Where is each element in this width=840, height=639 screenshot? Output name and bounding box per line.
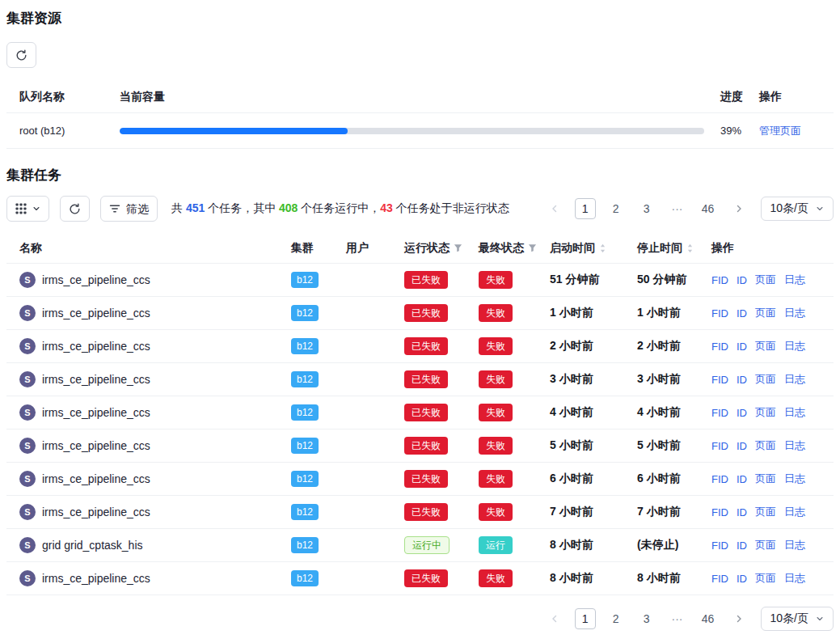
task-action-link[interactable]: FID [711, 407, 728, 419]
task-summary: 共 451 个任务，其中 408 个任务运行中，43 个任务处于非运行状态 [171, 201, 509, 216]
task-action-link[interactable]: 页面 [755, 472, 776, 486]
cluster-tasks-section: 集群任务 [6, 167, 834, 631]
task-action-link[interactable]: FID [711, 573, 728, 585]
cluster-badge: b12 [291, 305, 319, 321]
task-action-link[interactable]: 日志 [784, 538, 805, 552]
task-action-link[interactable]: 日志 [784, 405, 805, 420]
avatar: S [19, 404, 36, 421]
manage-page-link[interactable]: 管理页面 [759, 125, 801, 137]
filter-funnel-icon[interactable] [454, 243, 462, 252]
task-action-link[interactable]: 日志 [784, 472, 805, 486]
task-action-link[interactable]: 页面 [755, 405, 776, 420]
task-action-link[interactable]: 页面 [755, 273, 776, 287]
task-action-link[interactable]: 页面 [755, 306, 776, 320]
final-status-badge: 失败 [479, 470, 513, 488]
task-actions: FIDID页面日志 [711, 571, 834, 586]
task-action-link[interactable]: FID [711, 540, 728, 552]
task-action-link[interactable]: ID [737, 407, 747, 419]
pagination-page-1[interactable]: 1 [575, 608, 596, 629]
pagination-page-3[interactable]: 3 [636, 608, 657, 629]
final-status-badge: 失败 [479, 370, 513, 388]
resources-refresh-button[interactable] [6, 42, 36, 68]
pagination-page-2[interactable]: 2 [606, 198, 627, 219]
cluster-badge: b12 [291, 570, 319, 586]
task-action-link[interactable]: ID [737, 440, 747, 452]
table-row: S irms_ce_pipeline_ccs b12 已失败 失败 8 小时前 … [6, 562, 834, 595]
final-status-badge: 失败 [479, 569, 513, 587]
task-action-link[interactable]: FID [711, 374, 728, 386]
task-action-link[interactable]: ID [737, 473, 747, 485]
filter-funnel-icon[interactable] [528, 243, 537, 252]
stop-time: 6 小时前 [637, 472, 711, 486]
final-status-badge: 失败 [479, 304, 513, 322]
task-action-link[interactable]: FID [711, 274, 728, 286]
cluster-badge: b12 [291, 438, 319, 454]
task-action-link[interactable]: 日志 [784, 438, 805, 453]
capacity-progress-fill [120, 128, 348, 134]
sorter-icon[interactable] [686, 243, 694, 254]
filter-button-label: 筛选 [126, 203, 149, 214]
col-cluster: 集群 [291, 241, 346, 256]
layout-grid-button[interactable] [6, 196, 49, 222]
task-action-link[interactable]: 日志 [784, 306, 805, 320]
task-action-link[interactable]: 日志 [784, 571, 805, 586]
pagination-page-3[interactable]: 3 [636, 198, 657, 219]
task-action-link[interactable]: 日志 [784, 505, 805, 519]
final-status-badge: 失败 [479, 337, 513, 355]
task-action-link[interactable]: 日志 [784, 273, 805, 287]
start-time: 51 分钟前 [550, 273, 637, 287]
avatar: S [19, 371, 36, 387]
task-action-link[interactable]: ID [737, 374, 747, 386]
task-action-link[interactable]: 日志 [784, 339, 805, 353]
pagination-page-46[interactable]: 46 [698, 608, 719, 629]
task-action-link[interactable]: FID [711, 307, 728, 320]
task-action-link[interactable]: FID [711, 341, 728, 353]
task-action-link[interactable]: FID [711, 440, 728, 452]
avatar: S [19, 570, 36, 586]
pagination-page-1[interactable]: 1 [575, 198, 596, 219]
task-action-link[interactable]: ID [737, 341, 747, 353]
col-final-status: 最终状态 [479, 241, 550, 256]
task-action-link[interactable]: 页面 [755, 372, 776, 387]
task-actions: FIDID页面日志 [711, 339, 834, 353]
task-action-link[interactable]: 页面 [755, 339, 776, 353]
pagination-page-46[interactable]: 46 [698, 198, 719, 219]
pagination-prev-button[interactable] [544, 608, 565, 629]
pagination-next-button[interactable] [728, 198, 749, 219]
task-action-link[interactable]: 日志 [784, 372, 805, 387]
stop-time: 3 小时前 [637, 372, 711, 387]
task-action-link[interactable]: 页面 [755, 505, 776, 519]
task-action-link[interactable]: ID [737, 274, 747, 286]
page-size-select[interactable]: 10条/页 [761, 197, 834, 221]
task-action-link[interactable]: 页面 [755, 571, 776, 586]
page-size-select[interactable]: 10条/页 [761, 607, 834, 631]
pagination-prev-button[interactable] [544, 198, 565, 219]
tasks-refresh-button[interactable] [60, 196, 90, 222]
pagination-page-2[interactable]: 2 [606, 608, 627, 629]
table-row: S irms_ce_pipeline_ccs b12 已失败 失败 2 小时前 … [6, 330, 834, 363]
resource-row: root (b12) 39% 管理页面 [6, 113, 834, 149]
avatar: S [19, 537, 36, 553]
table-row: S grid grid_cptask_his b12 运行中 运行 8 小时前 … [6, 529, 834, 562]
task-action-link[interactable]: FID [711, 506, 728, 518]
run-status-badge: 已失败 [404, 304, 448, 322]
avatar: S [19, 438, 36, 454]
pagination-next-button[interactable] [728, 608, 749, 629]
task-action-link[interactable]: 页面 [755, 438, 776, 453]
sorter-icon[interactable] [599, 243, 606, 254]
col-run-status: 运行状态 [404, 241, 479, 256]
task-name: irms_ce_pipeline_ccs [42, 307, 150, 320]
cluster-badge: b12 [291, 504, 319, 520]
task-action-link[interactable]: 页面 [755, 538, 776, 552]
pagination-ellipsis[interactable]: ··· [667, 608, 688, 629]
run-status-badge: 已失败 [404, 404, 448, 421]
task-action-link[interactable]: ID [737, 540, 747, 552]
col-name: 名称 [6, 241, 291, 256]
chevron-right-icon [734, 204, 744, 214]
task-action-link[interactable]: ID [737, 506, 747, 518]
pagination-ellipsis[interactable]: ··· [667, 198, 688, 219]
task-action-link[interactable]: ID [737, 573, 747, 585]
task-action-link[interactable]: ID [737, 307, 747, 320]
filter-button[interactable]: 筛选 [100, 196, 158, 222]
task-action-link[interactable]: FID [711, 473, 728, 485]
